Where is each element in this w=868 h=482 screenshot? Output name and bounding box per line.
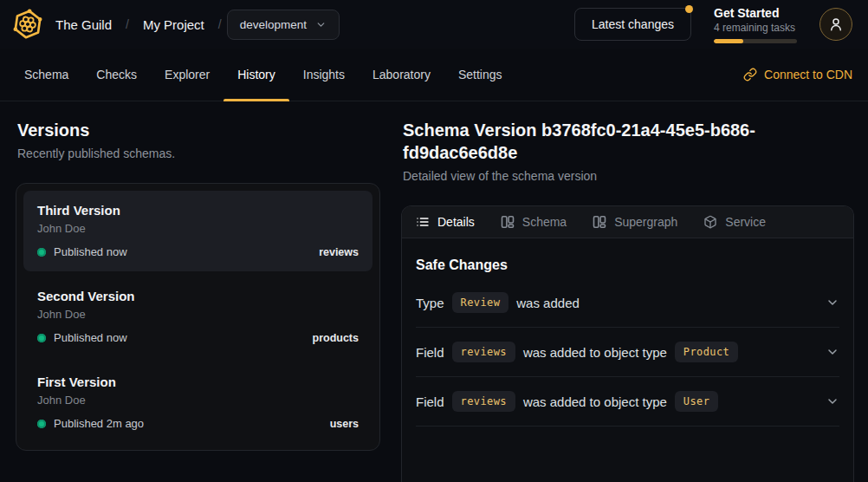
detail-tab-details[interactable]: Details (416, 215, 475, 229)
tab-explorer[interactable]: Explorer (151, 49, 223, 101)
breadcrumb-org[interactable]: The Guild (55, 17, 112, 32)
change-row-field-product[interactable]: Field reviews was added to object type P… (416, 328, 839, 377)
safe-changes-title: Safe Changes (416, 257, 839, 273)
version-detail-card: Details Schema Supergr (401, 205, 854, 482)
detail-tab-label: Details (437, 215, 475, 229)
change-type-badge: Product (675, 342, 738, 362)
change-prefix: Field (416, 394, 444, 409)
version-item-third[interactable]: Third Version John Doe Published now rev… (23, 191, 372, 271)
columns-icon (593, 215, 606, 229)
published-label: Published now (54, 331, 127, 344)
environment-selector[interactable]: development (227, 10, 340, 40)
chevron-down-icon[interactable] (826, 394, 839, 408)
versions-subtitle: Recently published schemas. (17, 146, 380, 161)
change-row-type-review[interactable]: Type Review was added (416, 278, 839, 328)
get-started-title: Get Started (714, 5, 797, 21)
breadcrumb-separator: / (218, 17, 222, 31)
breadcrumb-project[interactable]: My Project (143, 17, 204, 32)
latest-changes-button[interactable]: Latest changes (574, 8, 691, 41)
schema-version-title: Schema Version b3768fc0-21a4-45e5-b686-f… (403, 119, 854, 164)
tab-settings[interactable]: Settings (444, 49, 516, 101)
published-label: Published 2m ago (54, 417, 144, 430)
tab-insights[interactable]: Insights (289, 49, 359, 101)
breadcrumb-separator: / (126, 17, 129, 31)
version-name: Third Version (37, 202, 359, 219)
version-name: Second Version (37, 288, 359, 305)
detail-tab-label: Supergraph (614, 215, 677, 229)
user-icon (828, 16, 844, 32)
latest-changes-label: Latest changes (592, 17, 674, 31)
columns-icon (501, 215, 515, 229)
environment-selector-value: development (240, 18, 307, 31)
service-badge: products (313, 332, 359, 344)
service-badge: users (330, 418, 359, 430)
detail-tab-label: Service (725, 215, 766, 229)
change-code-badge: reviews (452, 391, 515, 412)
change-row-field-user[interactable]: Field reviews was added to object type U… (416, 377, 839, 427)
versions-title: Versions (17, 119, 380, 141)
detail-tab-service[interactable]: Service (703, 215, 766, 229)
change-code-badge: Review (452, 292, 509, 313)
version-author: John Doe (37, 307, 359, 322)
notification-dot (685, 5, 693, 13)
chevron-down-icon (315, 19, 327, 30)
connect-to-cdn-link[interactable]: Connect to CDN (743, 49, 852, 101)
app-header: The Guild / My Project / development Lat… (0, 0, 868, 49)
change-suffix: was added to object type (523, 345, 667, 360)
cube-icon (703, 215, 717, 229)
published-status-icon (37, 248, 46, 257)
change-code-badge: reviews (452, 342, 515, 362)
detail-tab-label: Schema (522, 215, 567, 229)
change-prefix: Field (416, 345, 444, 360)
service-badge: reviews (319, 246, 359, 258)
version-author: John Doe (37, 393, 359, 408)
change-type-badge: User (675, 391, 719, 412)
tab-checks[interactable]: Checks (82, 49, 151, 101)
schema-version-subtitle: Detailed view of the schema version (403, 168, 854, 184)
breadcrumb: The Guild / My Project / (55, 17, 222, 32)
version-author: John Doe (37, 221, 359, 237)
detail-tabs: Details Schema Supergr (402, 206, 853, 238)
chevron-down-icon[interactable] (826, 296, 839, 309)
guild-logo-icon[interactable] (12, 9, 43, 40)
versions-panel: Versions Recently published schemas. Thi… (16, 119, 380, 482)
version-detail-panel: Schema Version b3768fc0-21a4-45e5-b686-f… (401, 119, 854, 482)
published-label: Published now (54, 245, 127, 258)
published-status-icon (37, 334, 46, 342)
project-nav: Schema Checks Explorer History Insights … (0, 49, 868, 101)
get-started-progressbar (714, 39, 797, 43)
get-started-subtitle: 4 remaining tasks (714, 21, 797, 35)
detail-tab-supergraph[interactable]: Supergraph (593, 215, 677, 229)
tab-schema[interactable]: Schema (10, 49, 82, 101)
change-suffix: was added (516, 296, 580, 310)
version-item-second[interactable]: Second Version John Doe Published now pr… (23, 277, 372, 357)
list-icon (416, 215, 430, 229)
tab-history[interactable]: History (223, 49, 289, 101)
detail-tab-schema[interactable]: Schema (501, 215, 567, 229)
change-prefix: Type (416, 296, 444, 310)
published-status-icon (37, 420, 46, 428)
link-icon (743, 68, 757, 81)
version-item-first[interactable]: First Version John Doe Published 2m ago … (23, 362, 372, 443)
versions-list: Third Version John Doe Published now rev… (16, 183, 380, 451)
chevron-down-icon[interactable] (826, 345, 839, 359)
tab-laboratory[interactable]: Laboratory (359, 49, 444, 101)
get-started-widget[interactable]: Get Started 4 remaining tasks (714, 5, 797, 43)
user-avatar[interactable] (819, 8, 852, 41)
get-started-progress-fill (714, 39, 743, 43)
connect-to-cdn-label: Connect to CDN (764, 68, 852, 81)
version-name: First Version (37, 374, 359, 391)
change-suffix: was added to object type (523, 394, 667, 409)
